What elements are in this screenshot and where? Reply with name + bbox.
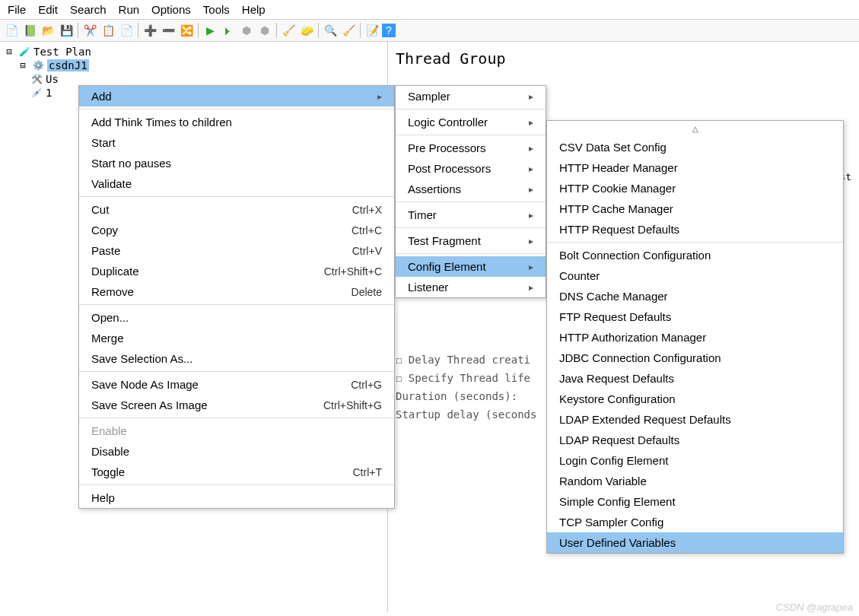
tree-thread-group-label: csdnJ1 — [47, 59, 89, 71]
separator — [318, 23, 319, 38]
ctx-disable[interactable]: Disable — [79, 441, 394, 462]
ctx-paste[interactable]: PasteCtrl+V — [79, 240, 394, 261]
cfg-http-request-defaults[interactable]: HTTP Request Defaults — [547, 219, 843, 240]
save-icon[interactable]: 💾 — [58, 22, 75, 39]
cfg-ftp-request-defaults[interactable]: FTP Request Defaults — [547, 306, 843, 327]
clear-icon[interactable]: 🧹 — [280, 22, 297, 39]
cfg-bolt-connection[interactable]: Bolt Connection Configuration — [547, 245, 843, 265]
cfg-tcp-sampler-config[interactable]: TCP Sampler Config — [547, 512, 843, 532]
cfg-http-cookie-manager[interactable]: HTTP Cookie Manager — [547, 178, 843, 198]
start-icon[interactable]: ▶ — [202, 22, 218, 39]
sub-logic-controller[interactable]: Logic Controller▸ — [396, 112, 546, 132]
context-menu: Add▸ Add Think Times to children Start S… — [78, 85, 395, 509]
cut-icon[interactable]: ✂️ — [81, 22, 98, 39]
help-icon[interactable]: ? — [382, 24, 396, 37]
cfg-ldap-extended-defaults[interactable]: LDAP Extended Request Defaults — [547, 409, 843, 430]
ctx-cut[interactable]: CutCtrl+X — [79, 199, 394, 220]
separator — [198, 23, 199, 38]
ctx-start-no-pauses[interactable]: Start no pauses — [79, 153, 394, 173]
add-submenu: Sampler▸ Logic Controller▸ Pre Processor… — [395, 85, 546, 298]
sub-listener[interactable]: Listener▸ — [396, 277, 546, 297]
collapse-icon[interactable]: ➖ — [160, 22, 177, 39]
separator — [360, 23, 361, 38]
tools-icon: 🛠️ — [30, 73, 43, 85]
menu-options[interactable]: Options — [147, 2, 196, 17]
open-icon[interactable]: 📂 — [40, 22, 56, 39]
expand-icon[interactable]: ➕ — [142, 22, 158, 39]
copy-icon[interactable]: 📋 — [100, 22, 116, 39]
ctx-merge[interactable]: Merge — [79, 328, 394, 348]
reset-search-icon[interactable]: 🧹 — [340, 22, 357, 39]
sub-post-processors[interactable]: Post Processors▸ — [396, 158, 546, 179]
dropper-icon: 💉 — [30, 87, 43, 99]
tree-root-label: Test Plan — [33, 46, 91, 58]
clear-all-icon[interactable]: 🧽 — [298, 22, 315, 39]
cfg-simple-config-element[interactable]: Simple Config Element — [547, 491, 843, 512]
toggle-icon[interactable]: 🔀 — [178, 22, 195, 39]
sort-indicator: △ — [547, 121, 843, 137]
menubar: File Edit Search Run Options Tools Help — [0, 0, 859, 20]
sub-sampler[interactable]: Sampler▸ — [396, 86, 546, 106]
ctx-toggle[interactable]: ToggleCtrl+T — [79, 462, 394, 482]
ctx-save-node-image[interactable]: Save Node As ImageCtrl+G — [79, 374, 394, 395]
separator — [276, 23, 277, 38]
cfg-dns-cache-manager[interactable]: DNS Cache Manager — [547, 286, 843, 306]
ctx-remove[interactable]: RemoveDelete — [79, 281, 394, 302]
separator — [138, 23, 138, 38]
cfg-http-header-manager[interactable]: HTTP Header Manager — [547, 157, 843, 178]
cfg-counter[interactable]: Counter — [547, 265, 843, 286]
menu-help[interactable]: Help — [237, 2, 270, 17]
search-icon[interactable]: 🔍 — [322, 22, 339, 39]
tree-thread-group[interactable]: ⊟ ⚙️ csdnJ1 — [3, 59, 384, 72]
ctx-copy[interactable]: CopyCtrl+C — [79, 220, 394, 240]
function-helper-icon[interactable]: 📝 — [364, 22, 380, 39]
cfg-csv-data-set[interactable]: CSV Data Set Config — [547, 137, 843, 157]
cfg-ldap-request-defaults[interactable]: LDAP Request Defaults — [547, 430, 843, 450]
sub-timer[interactable]: Timer▸ — [396, 205, 546, 225]
sub-pre-processors[interactable]: Pre Processors▸ — [396, 138, 546, 158]
cfg-login-config-element[interactable]: Login Config Element — [547, 450, 843, 471]
shutdown-icon[interactable]: ⬢ — [256, 22, 273, 39]
ctx-save-selection[interactable]: Save Selection As... — [79, 348, 394, 369]
panel-title: Thread Group — [396, 49, 851, 68]
menu-tools[interactable]: Tools — [199, 2, 234, 17]
start-no-pauses-icon[interactable]: ⏵ — [220, 22, 237, 39]
flask-icon: 🧪 — [18, 46, 30, 58]
cfg-jdbc-connection[interactable]: JDBC Connection Configuration — [547, 348, 843, 368]
sub-assertions[interactable]: Assertions▸ — [396, 179, 546, 199]
ctx-start[interactable]: Start — [79, 132, 394, 153]
ctx-validate[interactable]: Validate — [79, 173, 394, 194]
tree-root[interactable]: ⊟ 🧪 Test Plan — [3, 45, 384, 59]
cfg-http-cache-manager[interactable]: HTTP Cache Manager — [547, 198, 843, 219]
paste-icon[interactable]: 📄 — [118, 22, 135, 39]
cfg-http-authorization-manager[interactable]: HTTP Authorization Manager — [547, 327, 843, 348]
new-icon[interactable]: 📄 — [3, 22, 20, 39]
menu-run[interactable]: Run — [114, 2, 145, 17]
gear-icon: ⚙️ — [32, 59, 44, 71]
separator — [78, 23, 78, 38]
collapse-handle-icon[interactable]: ⊟ — [17, 59, 29, 71]
menu-edit[interactable]: Edit — [33, 2, 62, 17]
collapse-handle-icon[interactable]: ⊟ — [3, 46, 15, 58]
cfg-keystore-configuration[interactable]: Keystore Configuration — [547, 389, 843, 409]
stop-icon[interactable]: ⬢ — [238, 22, 255, 39]
sub-test-fragment[interactable]: Test Fragment▸ — [396, 230, 546, 251]
ctx-enable: Enable — [79, 421, 394, 441]
cfg-user-defined-variables[interactable]: User Defined Variables — [547, 532, 843, 553]
menu-file[interactable]: File — [3, 2, 30, 17]
tree-child-label: Us — [46, 73, 59, 85]
cfg-java-request-defaults[interactable]: Java Request Defaults — [547, 368, 843, 389]
ctx-duplicate[interactable]: DuplicateCtrl+Shift+C — [79, 261, 394, 281]
tree-child-vars[interactable]: 🛠️ Us — [3, 72, 384, 86]
config-element-submenu: △ CSV Data Set Config HTTP Header Manage… — [546, 120, 844, 554]
templates-icon[interactable]: 📗 — [21, 22, 38, 39]
tree-child-label: 1 — [46, 87, 52, 99]
ctx-think-times[interactable]: Add Think Times to children — [79, 112, 394, 132]
sub-config-element[interactable]: Config Element▸ — [396, 256, 546, 277]
ctx-open[interactable]: Open... — [79, 307, 394, 328]
ctx-save-screen-image[interactable]: Save Screen As ImageCtrl+Shift+G — [79, 395, 394, 415]
ctx-add[interactable]: Add▸ — [79, 86, 394, 106]
ctx-help[interactable]: Help — [79, 487, 394, 508]
cfg-random-variable[interactable]: Random Variable — [547, 471, 843, 491]
menu-search[interactable]: Search — [65, 2, 111, 17]
